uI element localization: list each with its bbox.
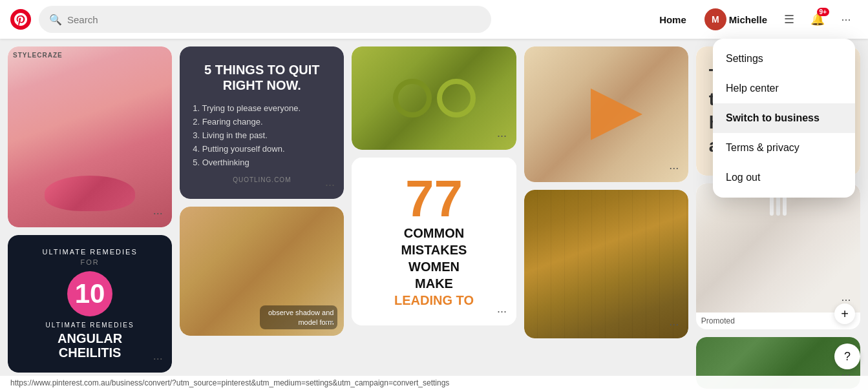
- notifications-button[interactable]: 🔔 9+: [806, 8, 829, 31]
- menu-button[interactable]: ☰: [778, 8, 801, 31]
- column-4: ··· ···: [524, 46, 688, 338]
- flower-room-pin[interactable]: Promoted ··· +: [696, 183, 860, 329]
- quit-item-1: 1. Trying to please everyone.: [193, 103, 331, 113]
- dropdown-switch-to-business[interactable]: Switch to business: [713, 103, 855, 133]
- face-pin[interactable]: STYLECRAZE ···: [8, 46, 172, 227]
- quit-item-5: 5. Overthinking: [193, 158, 331, 167]
- for-label: FOR: [21, 258, 159, 266]
- svg-point-0: [10, 9, 31, 30]
- big-number-77: 77: [365, 173, 503, 225]
- mistakes-pin[interactable]: 77 COMMONMISTAKESWOMENMAKELEADING TO ···: [352, 158, 516, 325]
- notifications-badge: 9+: [817, 8, 829, 16]
- column-3: ··· 77 COMMONMISTAKESWOMENMAKELEADING TO…: [352, 46, 516, 325]
- search-input[interactable]: [67, 14, 481, 25]
- pin-options-button-6[interactable]: ···: [493, 302, 511, 320]
- dropdown-terms-privacy[interactable]: Terms & privacy: [713, 133, 855, 163]
- library-pin[interactable]: ···: [524, 190, 688, 338]
- quit-pin[interactable]: 5 THINGS TO QUITRIGHT NOW. 1. Trying to …: [180, 46, 344, 199]
- ultimate-label: ULTIMATE REMEDIES: [21, 248, 159, 256]
- dropdown-help-center[interactable]: Help center: [713, 74, 855, 103]
- url-status: https://www.pinterest.com.au/business/co…: [10, 378, 449, 387]
- dropdown-log-out[interactable]: Log out: [713, 163, 855, 192]
- quit-item-4: 4. Putting yourself down.: [193, 144, 331, 154]
- pinterest-logo[interactable]: [10, 9, 31, 30]
- search-icon: 🔍: [49, 14, 62, 26]
- search-bar[interactable]: 🔍: [39, 6, 491, 33]
- mistakes-text: COMMONMISTAKESWOMENMAKELEADING TO: [365, 225, 503, 309]
- number-10: 10: [67, 271, 112, 316]
- dog-pin[interactable]: observe shadow and model form ···: [180, 207, 344, 336]
- pin-options-button[interactable]: ···: [149, 204, 167, 222]
- pin-options-button-8[interactable]: ···: [665, 315, 683, 333]
- more-button[interactable]: ···: [834, 8, 858, 31]
- add-button[interactable]: +: [834, 303, 855, 324]
- dropdown-menu: Settings Help center Switch to business …: [713, 39, 855, 198]
- quit-source: QUOTLING.COM: [193, 176, 331, 183]
- remedies-label: ULTIMATE REMEDIES: [21, 322, 159, 329]
- pin-options-button-5[interactable]: ···: [493, 127, 511, 145]
- avatar: M: [704, 8, 726, 30]
- quit-item-3: 3. Living in the past.: [193, 130, 331, 140]
- bracelets-pin[interactable]: ···: [352, 46, 516, 150]
- bottom-bar: https://www.pinterest.com.au/business/co…: [0, 376, 868, 390]
- cheilitis-title: ANGULARCHEILITIS: [21, 331, 159, 360]
- username: Michelle: [729, 14, 767, 25]
- column-2: 5 THINGS TO QUITRIGHT NOW. 1. Trying to …: [180, 46, 344, 336]
- more-icon: ···: [841, 13, 851, 26]
- header: 🔍 Home M Michelle ☰ 🔔 9+ ···: [0, 0, 868, 39]
- quit-item-2: 2. Fearing change.: [193, 117, 331, 127]
- pin-options-button-7[interactable]: ···: [665, 159, 683, 177]
- help-button[interactable]: ?: [834, 344, 860, 369]
- user-area[interactable]: M Michelle: [699, 6, 772, 33]
- column-1: STYLECRAZE ··· ULTIMATE REMEDIES FOR 10 …: [8, 46, 172, 373]
- menu-icon: ☰: [784, 12, 794, 26]
- dropdown-settings[interactable]: Settings: [713, 44, 855, 74]
- pin-options-button-2[interactable]: ···: [149, 349, 167, 367]
- cheilitis-pin[interactable]: ULTIMATE REMEDIES FOR 10 ULTIMATE REMEDI…: [8, 235, 172, 373]
- source-label: STYLECRAZE: [13, 52, 63, 59]
- header-right: Home M Michelle ☰ 🔔 9+ ···: [651, 6, 858, 33]
- quit-title: 5 THINGS TO QUITRIGHT NOW.: [193, 62, 331, 93]
- coffee-pin[interactable]: ···: [524, 46, 688, 182]
- home-button[interactable]: Home: [651, 9, 694, 30]
